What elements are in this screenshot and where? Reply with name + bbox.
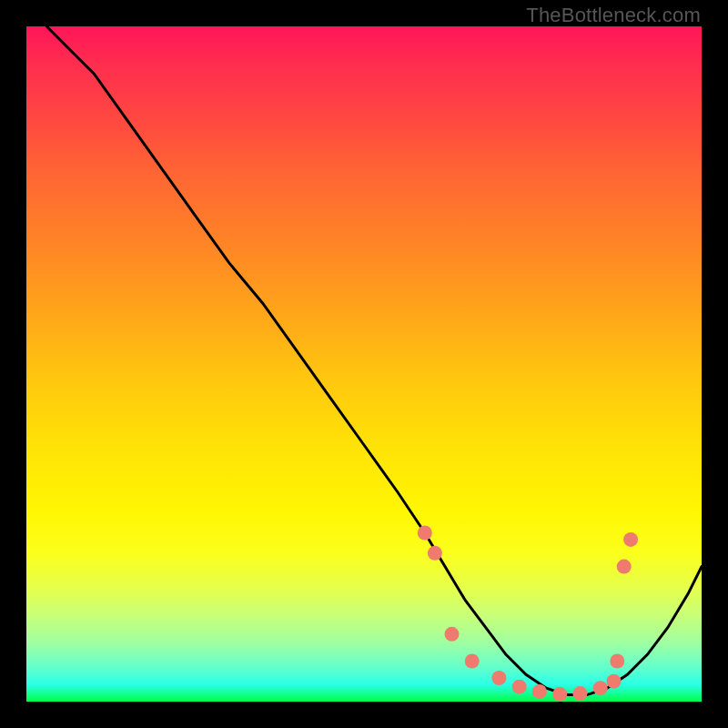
chart-frame: TheBottleneck.com (0, 0, 728, 728)
valley-marker (532, 684, 547, 699)
valley-marker (512, 680, 527, 694)
valley-marker (465, 654, 480, 669)
valley-marker (623, 532, 638, 547)
valley-marker (593, 681, 608, 695)
chart-overlay (26, 26, 702, 702)
valley-marker (418, 526, 432, 541)
valley-marker (610, 654, 624, 669)
watermark-text: TheBottleneck.com (526, 4, 701, 27)
valley-marker (607, 674, 622, 689)
valley-marker (572, 686, 587, 701)
valley-marker (491, 671, 506, 685)
bottleneck-curve (46, 26, 702, 695)
valley-marker (552, 687, 567, 702)
valley-marker (445, 627, 460, 642)
valley-marker (617, 560, 632, 574)
valley-marker (428, 546, 442, 561)
